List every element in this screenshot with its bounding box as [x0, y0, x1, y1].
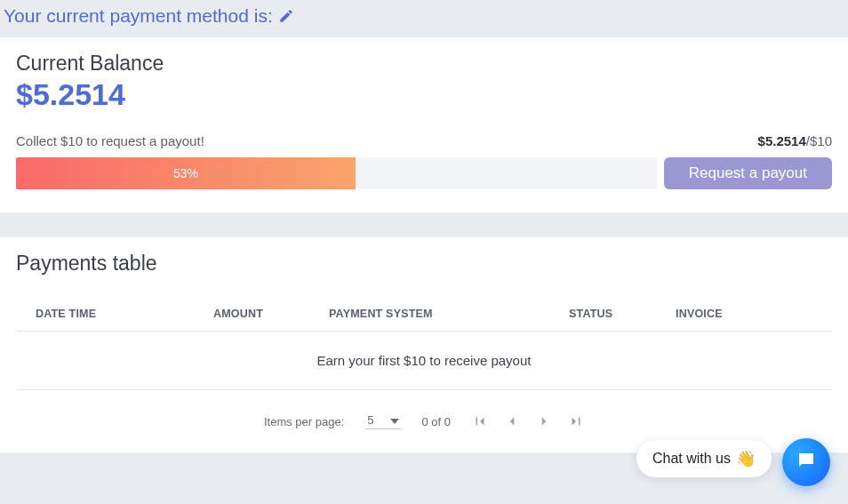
payments-table: DATE TIME AMOUNT PAYMENT SYSTEM STATUS I…	[16, 297, 832, 390]
col-amount: AMOUNT	[213, 308, 329, 320]
section-spacer	[0, 212, 848, 237]
progress-bar: 53%	[16, 157, 657, 189]
balance-title: Current Balance	[16, 52, 832, 76]
payment-method-label: Your current payment method is:	[4, 5, 273, 27]
page-range: 0 of 0	[422, 415, 452, 428]
chat-pill-text: Chat with us	[652, 451, 731, 452]
page-size-value: 5	[367, 413, 373, 427]
last-page-icon[interactable]	[568, 413, 584, 429]
wave-icon: 👋	[736, 449, 756, 452]
request-payout-button[interactable]: Request a payout	[664, 157, 832, 189]
table-empty-message: Earn your first $10 to receive payout	[16, 332, 832, 390]
items-per-page-label: Items per page:	[264, 415, 344, 428]
progress-fill: 53%	[16, 157, 356, 189]
balance-amount: $5.2514	[16, 77, 832, 112]
col-invoice: INVOICE	[676, 308, 764, 320]
edit-icon[interactable]	[278, 8, 294, 24]
first-page-icon[interactable]	[472, 413, 488, 429]
progress-current: $5.2514	[758, 133, 806, 148]
chat-icon	[796, 450, 817, 452]
dropdown-icon	[390, 413, 399, 427]
table-header: DATE TIME AMOUNT PAYMENT SYSTEM STATUS I…	[16, 297, 832, 332]
payments-title: Payments table	[16, 252, 832, 276]
collect-hint: Collect $10 to request a payout!	[16, 133, 204, 148]
chat-pill[interactable]: Chat with us 👋	[636, 440, 772, 452]
page-size-select[interactable]: 5	[365, 413, 400, 429]
payment-method-bar: Your current payment method is:	[0, 0, 848, 37]
progress-info-row: Collect $10 to request a payout! $5.2514…	[16, 133, 832, 148]
col-status: STATUS	[569, 308, 676, 320]
paginator-arrows	[472, 413, 584, 429]
progress-target: $5.2514/$10	[758, 133, 832, 148]
action-row: 53% Request a payout	[16, 157, 832, 189]
balance-card: Current Balance $5.2514 Collect $10 to r…	[0, 37, 848, 212]
prev-page-icon[interactable]	[504, 413, 520, 429]
progress-percent-label: 53%	[173, 166, 198, 180]
progress-of-target: /$10	[806, 133, 832, 148]
payments-card: Payments table DATE TIME AMOUNT PAYMENT …	[0, 237, 848, 452]
next-page-icon[interactable]	[536, 413, 552, 429]
col-payment-system: PAYMENT SYSTEM	[329, 308, 569, 320]
col-date-time: DATE TIME	[36, 308, 213, 320]
paginator: Items per page: 5 0 of 0	[16, 413, 832, 429]
